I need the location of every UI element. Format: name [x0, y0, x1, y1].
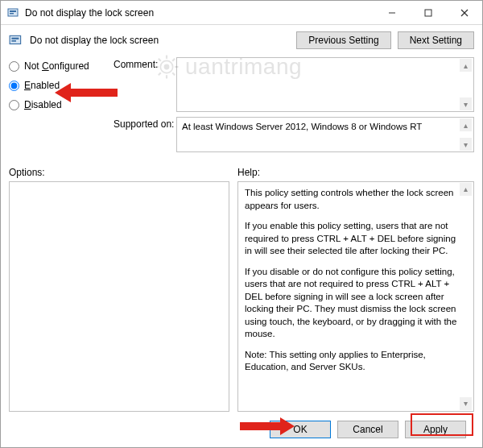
radio-not-configured[interactable]: Not Configured: [9, 60, 114, 72]
radio-enabled-label: Enabled: [24, 80, 60, 91]
top-section: Not Configured Enabled Disabled Comment:…: [9, 57, 474, 157]
options-label: Options:: [9, 167, 237, 178]
supported-field: Supported on: At least Windows Server 20…: [114, 117, 474, 152]
radio-enabled-input[interactable]: [9, 81, 19, 91]
radio-not-configured-label: Not Configured: [24, 60, 89, 72]
svg-rect-7: [10, 35, 21, 44]
radio-disabled-label: Disabled: [24, 99, 62, 110]
next-setting-button[interactable]: Next Setting: [398, 31, 474, 49]
supported-text: At least Windows Server 2012, Windows 8 …: [182, 122, 422, 131]
svg-rect-4: [425, 10, 431, 16]
policy-title: Do not display the lock screen: [30, 35, 296, 46]
svg-rect-0: [8, 9, 18, 16]
svg-rect-9: [11, 40, 16, 42]
window-icon: [7, 6, 20, 19]
supported-textbox: At least Windows Server 2012, Windows 8 …: [176, 117, 474, 152]
apply-button[interactable]: Apply: [405, 421, 466, 438]
svg-rect-8: [11, 38, 19, 39]
supported-label: Supported on:: [114, 117, 176, 130]
help-paragraph: If you disable or do not configure this …: [245, 266, 457, 341]
state-radio-group: Not Configured Enabled Disabled: [9, 57, 114, 118]
maximize-button[interactable]: [410, 1, 446, 24]
comment-field: Comment: ▴ ▾: [114, 57, 474, 112]
scroll-up-icon[interactable]: ▴: [460, 118, 472, 131]
scroll-down-icon[interactable]: ▾: [460, 97, 472, 110]
previous-setting-button[interactable]: Previous Setting: [296, 31, 390, 49]
right-column: Comment: ▴ ▾ Supported on: At least Wind…: [114, 57, 474, 157]
svg-rect-1: [10, 10, 16, 12]
gpedit-policy-window: Do not display the lock screen Do not di…: [0, 0, 483, 448]
header-row: Do not display the lock screen Previous …: [9, 31, 474, 49]
comment-label: Comment:: [114, 57, 176, 70]
dialog-footer: OK Cancel Apply: [9, 412, 474, 447]
help-paragraph: If you enable this policy setting, users…: [245, 220, 457, 258]
scroll-up-icon[interactable]: ▴: [460, 183, 472, 196]
minimize-button[interactable]: [374, 1, 410, 24]
radio-disabled-input[interactable]: [9, 100, 19, 110]
radio-enabled[interactable]: Enabled: [9, 80, 114, 91]
policy-icon: [9, 33, 23, 48]
svg-rect-2: [10, 13, 14, 15]
nav-buttons: Previous Setting Next Setting: [296, 31, 474, 49]
scroll-up-icon[interactable]: ▴: [460, 59, 472, 72]
help-paragraph: Note: This setting only applies to Enter…: [245, 349, 457, 374]
help-paragraph: This policy setting controls whether the…: [245, 187, 457, 212]
help-label: Help:: [237, 167, 474, 178]
window-body: Do not display the lock screen Previous …: [1, 25, 482, 447]
radio-not-configured-input[interactable]: [9, 61, 19, 72]
close-button[interactable]: [446, 1, 482, 24]
panes: This policy setting controls whether the…: [9, 181, 474, 412]
scroll-down-icon[interactable]: ▾: [460, 138, 472, 151]
comment-textarea[interactable]: ▴ ▾: [176, 57, 474, 112]
window-title: Do not display the lock screen: [25, 7, 374, 19]
radio-disabled[interactable]: Disabled: [9, 99, 114, 110]
titlebar: Do not display the lock screen: [1, 1, 482, 25]
ok-button[interactable]: OK: [270, 421, 331, 438]
help-textbox: This policy setting controls whether the…: [237, 181, 474, 412]
cancel-button[interactable]: Cancel: [337, 421, 398, 438]
pane-labels: Options: Help:: [9, 167, 474, 178]
scroll-down-icon[interactable]: ▾: [460, 397, 472, 410]
options-listbox[interactable]: [9, 181, 229, 412]
